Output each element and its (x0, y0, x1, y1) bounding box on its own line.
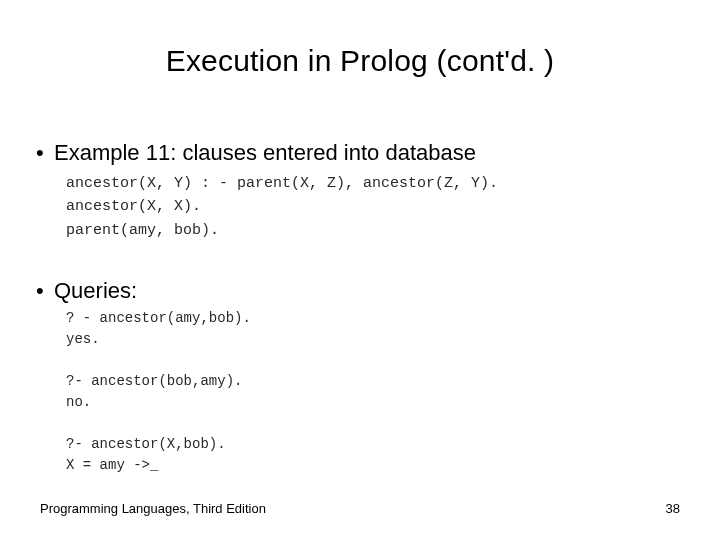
code-queries: ? - ancestor(amy,bob). yes. ?- ancestor(… (66, 308, 251, 476)
slide: Execution in Prolog (cont'd. ) •Example … (0, 0, 720, 540)
bullet-text: Queries: (54, 278, 137, 303)
page-number: 38 (666, 501, 680, 516)
bullet-example-11: •Example 11: clauses entered into databa… (36, 140, 476, 166)
code-clauses: ancestor(X, Y) : - parent(X, Z), ancesto… (66, 172, 498, 242)
bullet-queries: •Queries: (36, 278, 137, 304)
slide-title: Execution in Prolog (cont'd. ) (0, 44, 720, 78)
footer-text: Programming Languages, Third Edition (40, 501, 266, 516)
bullet-text: Example 11: clauses entered into databas… (54, 140, 476, 165)
bullet-dot-icon: • (36, 140, 54, 166)
bullet-dot-icon: • (36, 278, 54, 304)
